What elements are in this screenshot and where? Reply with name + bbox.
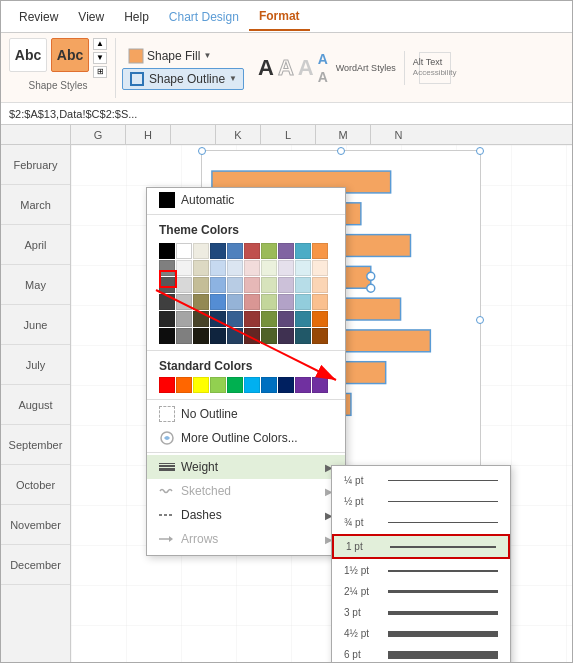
automatic-option[interactable]: Automatic — [147, 188, 345, 212]
weight-4half-pt[interactable]: 4½ pt — [332, 623, 510, 644]
tc-r4-3[interactable] — [193, 294, 209, 310]
color-purple[interactable] — [278, 243, 294, 259]
tc-r4-7[interactable] — [261, 294, 277, 310]
tc-r2-9[interactable] — [295, 260, 311, 276]
tc-r2-6[interactable] — [244, 260, 260, 276]
tc-r3-8[interactable] — [278, 277, 294, 293]
tc-r5-3[interactable] — [193, 311, 209, 327]
std-color-10[interactable] — [312, 377, 328, 393]
tc-r5-7[interactable] — [261, 311, 277, 327]
tc-r6-7[interactable] — [261, 328, 277, 344]
color-darkblue[interactable] — [210, 243, 226, 259]
std-color-6[interactable] — [244, 377, 260, 393]
abc-button-1[interactable]: Abc — [9, 38, 47, 72]
wordart-a-filled[interactable]: A — [258, 55, 274, 81]
std-color-7[interactable] — [261, 377, 277, 393]
tc-r4-8[interactable] — [278, 294, 294, 310]
no-outline-option[interactable]: No Outline — [147, 402, 345, 426]
tc-r2-4[interactable] — [210, 260, 226, 276]
tc-r5-6[interactable] — [244, 311, 260, 327]
dashes-option[interactable]: Dashes ▶ — [147, 503, 345, 527]
tc-r5-9[interactable] — [295, 311, 311, 327]
tc-r4-6[interactable] — [244, 294, 260, 310]
weight-2quarter-pt[interactable]: 2¼ pt — [332, 581, 510, 602]
color-black[interactable] — [159, 243, 175, 259]
color-red[interactable] — [244, 243, 260, 259]
tc-r6-4[interactable] — [210, 328, 226, 344]
weight-option[interactable]: Weight ▶ — [147, 455, 345, 479]
color-green[interactable] — [261, 243, 277, 259]
tc-r5-10[interactable] — [312, 311, 328, 327]
tc-r4-4[interactable] — [210, 294, 226, 310]
tc-r4-9[interactable] — [295, 294, 311, 310]
tc-r2-5[interactable] — [227, 260, 243, 276]
color-blue[interactable] — [227, 243, 243, 259]
tc-r3-5[interactable] — [227, 277, 243, 293]
tc-r2-2[interactable] — [176, 260, 192, 276]
std-color-4[interactable] — [210, 377, 226, 393]
alt-text-button[interactable]: Alt Text Accessibility — [419, 52, 451, 84]
tc-r6-3[interactable] — [193, 328, 209, 344]
shape-outline-button[interactable]: Shape Outline ▼ — [122, 68, 244, 90]
tc-r5-4[interactable] — [210, 311, 226, 327]
tc-r6-8[interactable] — [278, 328, 294, 344]
shape-fill-button[interactable]: Shape Fill ▼ — [122, 46, 244, 66]
tc-r3-4[interactable] — [210, 277, 226, 293]
wordart-a-outline[interactable]: A — [278, 55, 294, 81]
std-color-9[interactable] — [295, 377, 311, 393]
tc-r4-1[interactable] — [159, 294, 175, 310]
color-teal[interactable] — [295, 243, 311, 259]
tc-r4-2[interactable] — [176, 294, 192, 310]
shape-styles-scroll-up[interactable]: ▲ — [93, 38, 107, 50]
arrows-option[interactable]: Arrows ▶ — [147, 527, 345, 551]
tc-r2-7[interactable] — [261, 260, 277, 276]
std-color-8[interactable] — [278, 377, 294, 393]
tc-r3-7[interactable] — [261, 277, 277, 293]
tc-r4-10[interactable] — [312, 294, 328, 310]
tc-r6-6[interactable] — [244, 328, 260, 344]
tc-r5-5[interactable] — [227, 311, 243, 327]
weight-quarter-pt[interactable]: ¼ pt — [332, 470, 510, 491]
color-orange[interactable] — [312, 243, 328, 259]
std-color-2[interactable] — [176, 377, 192, 393]
wordart-a-light[interactable]: A — [298, 55, 314, 81]
tc-r4-5[interactable] — [227, 294, 243, 310]
color-white[interactable] — [176, 243, 192, 259]
tc-r3-2[interactable] — [176, 277, 192, 293]
shape-styles-scroll-down[interactable]: ▼ — [93, 52, 107, 64]
tc-r3-9[interactable] — [295, 277, 311, 293]
more-outline-colors-option[interactable]: More Outline Colors... — [147, 426, 345, 450]
wordart-a-small-1[interactable]: A — [318, 51, 328, 67]
tc-r3-6[interactable] — [244, 277, 260, 293]
tab-help[interactable]: Help — [114, 4, 159, 30]
tab-view[interactable]: View — [68, 4, 114, 30]
tc-r3-3[interactable] — [193, 277, 209, 293]
tc-r6-1[interactable] — [159, 328, 175, 344]
tc-r5-2[interactable] — [176, 311, 192, 327]
tc-r2-8[interactable] — [278, 260, 294, 276]
wordart-a-small-2[interactable]: A — [318, 69, 328, 85]
tc-r3-10[interactable] — [312, 277, 328, 293]
sketched-option[interactable]: Sketched ▶ — [147, 479, 345, 503]
tab-format[interactable]: Format — [249, 3, 310, 31]
tc-r5-1[interactable] — [159, 311, 175, 327]
color-cream[interactable] — [193, 243, 209, 259]
weight-6pt[interactable]: 6 pt — [332, 644, 510, 662]
abc-button-2[interactable]: Abc — [51, 38, 89, 72]
weight-1half-pt[interactable]: 1½ pt — [332, 560, 510, 581]
std-color-1[interactable] — [159, 377, 175, 393]
tc-r6-9[interactable] — [295, 328, 311, 344]
tc-r6-5[interactable] — [227, 328, 243, 344]
tc-r6-10[interactable] — [312, 328, 328, 344]
tc-r2-3[interactable] — [193, 260, 209, 276]
weight-1pt[interactable]: 1 pt — [332, 534, 510, 559]
tab-review[interactable]: Review — [9, 4, 68, 30]
weight-3pt[interactable]: 3 pt — [332, 602, 510, 623]
shape-styles-more[interactable]: ⊞ — [93, 66, 107, 78]
weight-three-quarter-pt[interactable]: ¾ pt — [332, 512, 510, 533]
tc-r6-2[interactable] — [176, 328, 192, 344]
weight-half-pt[interactable]: ½ pt — [332, 491, 510, 512]
tc-r2-10[interactable] — [312, 260, 328, 276]
std-color-5[interactable] — [227, 377, 243, 393]
std-color-3[interactable] — [193, 377, 209, 393]
